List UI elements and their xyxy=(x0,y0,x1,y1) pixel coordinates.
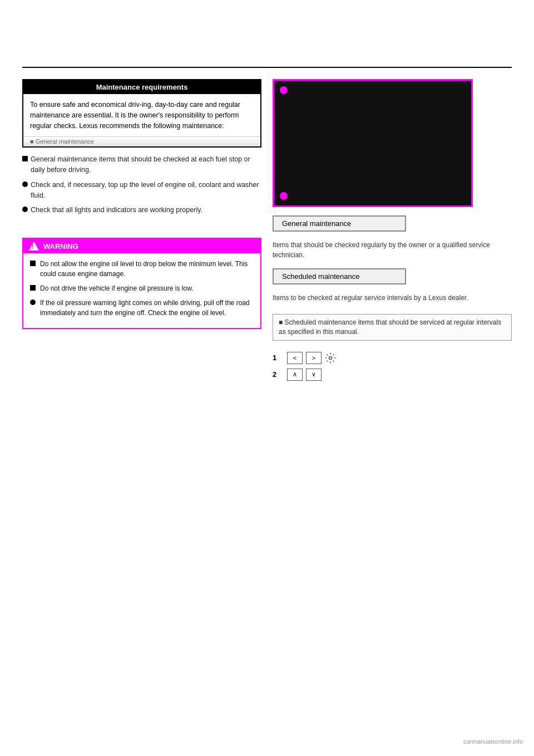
list-item-text: Check that all lights and indicators are… xyxy=(31,205,202,215)
warning-body: Do not allow the engine oil level to dro… xyxy=(23,253,260,328)
nav-next-button[interactable]: > xyxy=(306,352,322,364)
svg-point-0 xyxy=(329,356,332,359)
bullet-circle-icon xyxy=(22,207,28,212)
list-item-text: General maintenance items that should be… xyxy=(31,154,261,175)
nav-row-1: 1 < > xyxy=(273,352,512,364)
warning-item: Do not drive the vehicle if engine oil p… xyxy=(30,283,254,293)
nav-up-button[interactable]: ∧ xyxy=(287,369,303,381)
list-item: General maintenance items that should be… xyxy=(22,154,261,175)
diagram-dot-top xyxy=(280,86,288,94)
right-column: General maintenance Items that should be… xyxy=(273,79,512,385)
warning-triangle-icon xyxy=(29,242,39,251)
page-container: Maintenance requirements To ensure safe … xyxy=(0,0,534,756)
left-text-items: General maintenance items that should be… xyxy=(22,154,261,220)
bullet-square-icon xyxy=(30,285,36,291)
watermark: carmanualsonline.info xyxy=(463,738,523,745)
list-item: Check and, if necessary, top up the leve… xyxy=(22,180,261,201)
maintenance-req-body: To ensure safe and economical driv-ing, … xyxy=(23,94,260,136)
right-upper-text: Items that should be checked regularly b… xyxy=(273,240,512,260)
warning-item-text: Do not drive the vehicle if engine oil p… xyxy=(40,283,193,293)
bullet-circle-icon xyxy=(30,300,36,305)
nav-row-2: 2 ∧ ∨ xyxy=(273,369,512,381)
nav-prev-button[interactable]: < xyxy=(287,352,303,364)
list-item-text: Check and, if necessary, top up the leve… xyxy=(31,180,261,201)
right-lower-section: ■ Scheduled maintenance items that shoul… xyxy=(273,314,512,385)
gear-icon xyxy=(325,352,336,364)
bullet-circle-icon xyxy=(22,181,28,187)
warning-item-text: If the oil pressure warning light comes … xyxy=(40,298,254,318)
warning-header: WARNING xyxy=(23,239,260,253)
diagram-image-box xyxy=(273,79,473,207)
warning-label: WARNING xyxy=(43,242,78,251)
nav-down-button[interactable]: ∨ xyxy=(306,369,322,381)
maintenance-req-box: Maintenance requirements To ensure safe … xyxy=(22,79,261,148)
maintenance-req-header: Maintenance requirements xyxy=(23,80,260,94)
right-lower-box: ■ Scheduled maintenance items that shoul… xyxy=(273,314,512,341)
warning-item: If the oil pressure warning light comes … xyxy=(30,298,254,318)
warning-box: WARNING Do not allow the engine oil leve… xyxy=(22,238,261,329)
bullet-square-icon xyxy=(30,261,36,266)
scheduled-maintenance-label: Scheduled maintenance xyxy=(273,268,406,284)
warning-item-text: Do not allow the engine oil level to dro… xyxy=(40,259,254,279)
general-maintenance-label: General maintenance xyxy=(273,215,406,232)
right-lower-text: Items to be checked at regular service i… xyxy=(273,293,512,303)
warning-item: Do not allow the engine oil level to dro… xyxy=(30,259,254,279)
bullet-square-icon xyxy=(22,156,28,161)
nav-controls: 1 < > 2 ∧ ∨ xyxy=(273,352,512,385)
maintenance-req-fade: ■ General maintenance xyxy=(23,136,260,146)
nav-number-1: 1 xyxy=(273,354,284,362)
left-column: Maintenance requirements To ensure safe … xyxy=(22,79,261,385)
list-item: Check that all lights and indicators are… xyxy=(22,205,261,215)
nav-number-2: 2 xyxy=(273,370,284,379)
main-content: Maintenance requirements To ensure safe … xyxy=(22,68,512,385)
diagram-dot-bottom xyxy=(280,192,288,200)
